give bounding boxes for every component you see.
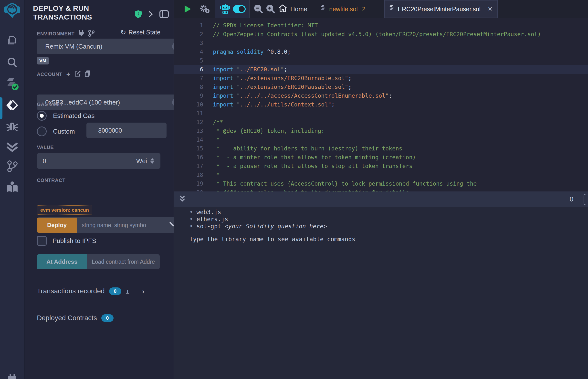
plug-icon[interactable]: [78, 30, 84, 38]
code-line[interactable]: 14 *: [174, 135, 588, 144]
code-line[interactable]: 3: [174, 39, 588, 47]
add-account-icon[interactable]: +: [66, 72, 71, 77]
code-line[interactable]: 13 * @dev {ERC20} token, including:: [174, 126, 588, 135]
line-number[interactable]: 3: [174, 39, 203, 47]
code-line[interactable]: 16 * - a minter role that allows for tok…: [174, 153, 588, 162]
publish-ipfs-option[interactable]: Publish to IPFS: [37, 236, 160, 246]
deploy-and-run-icon[interactable]: [6, 100, 18, 112]
environment-select[interactable]: Remix VM (Cancun): [37, 39, 174, 54]
zoom-out-icon[interactable]: [253, 0, 263, 18]
terminal-search-box[interactable]: [584, 194, 588, 205]
panel-chevron-icon[interactable]: [148, 11, 153, 19]
code-line[interactable]: 10import "../../../utils/Context.sol";: [174, 100, 588, 109]
deploy-button[interactable]: Deploy: [37, 218, 77, 233]
line-number[interactable]: 8: [174, 82, 203, 91]
expand-deploy-icon[interactable]: [169, 221, 174, 228]
git-icon[interactable]: [7, 160, 18, 174]
line-number[interactable]: 1: [174, 21, 203, 30]
value-input[interactable]: [37, 153, 132, 169]
code-line[interactable]: 11: [174, 109, 588, 118]
learneth-icon[interactable]: [6, 181, 18, 194]
code-line[interactable]: 6import "../ERC20.sol";: [174, 65, 588, 74]
info-icon[interactable]: i: [126, 287, 130, 295]
code-line[interactable]: 5: [174, 56, 588, 65]
line-number[interactable]: 10: [174, 100, 203, 109]
remix-logo[interactable]: [4, 2, 20, 21]
file-explorer-icon[interactable]: [6, 34, 18, 47]
split-view-icon[interactable]: [159, 10, 169, 19]
close-tab-icon[interactable]: ✕: [488, 6, 493, 13]
sign-message-icon[interactable]: [75, 71, 81, 78]
tab-home[interactable]: Home: [279, 0, 307, 18]
search-icon[interactable]: [6, 57, 18, 69]
expand-transactions-icon[interactable]: ›: [142, 288, 144, 295]
plugin-manager-icon[interactable]: [7, 373, 17, 379]
code-line[interactable]: 9import "../../../access/AccessControlEn…: [174, 91, 588, 100]
static-analysis-icon[interactable]: [6, 142, 18, 153]
ai-assistant-icon[interactable]: [220, 0, 230, 18]
terminal-entry[interactable]: •web3.js: [189, 209, 588, 216]
reset-icon: ↻: [120, 30, 126, 35]
line-number[interactable]: 5: [174, 56, 203, 65]
line-number[interactable]: 16: [174, 153, 203, 162]
line-number[interactable]: 9: [174, 91, 203, 100]
shield-icon[interactable]: [135, 10, 142, 19]
run-script-button[interactable]: [184, 0, 191, 18]
line-number[interactable]: 7: [174, 74, 203, 82]
reset-state-button[interactable]: ↻ Reset State: [120, 29, 160, 36]
code-line[interactable]: 19 * This contract uses {AccessControl} …: [174, 179, 588, 188]
code-line[interactable]: 8import "../extensions/ERC20Pausable.sol…: [174, 82, 588, 91]
solidity-compiler-icon[interactable]: [5, 77, 19, 92]
custom-gas-option[interactable]: Custom: [37, 126, 75, 136]
publish-ipfs-checkbox[interactable]: [37, 236, 47, 246]
code-editor[interactable]: 1// SPDX-License-Identifier: MIT2// Open…: [174, 18, 588, 191]
tab-newfile[interactable]: newfile.sol 2: [321, 0, 366, 18]
terminal-output[interactable]: •web3.js•ethers.js•sol-gpt <your Solidit…: [174, 207, 588, 379]
custom-gas-input[interactable]: [86, 123, 167, 138]
code-line[interactable]: 7import "../extensions/ERC20Burnable.sol…: [174, 74, 588, 82]
line-number[interactable]: 12: [174, 118, 203, 126]
line-number[interactable]: 4: [174, 47, 203, 56]
transactions-count-badge: 0: [109, 287, 121, 295]
estimated-gas-radio[interactable]: [37, 111, 47, 121]
transactions-recorded-row[interactable]: Transactions recorded 0 i ›: [37, 287, 160, 295]
code-line[interactable]: 1// SPDX-License-Identifier: MIT: [174, 21, 588, 30]
line-number[interactable]: 15: [174, 144, 203, 153]
estimated-gas-option[interactable]: Estimated Gas: [37, 111, 160, 121]
zoom-in-icon[interactable]: [266, 0, 276, 18]
line-number[interactable]: 14: [174, 135, 203, 144]
deploy-args-input[interactable]: [77, 218, 151, 233]
account-label: ACCOUNT +: [37, 70, 160, 79]
debugger-icon[interactable]: [6, 120, 18, 133]
line-number[interactable]: 17: [174, 162, 203, 171]
line-number[interactable]: 19: [174, 179, 203, 188]
ai-toggle[interactable]: [233, 0, 246, 18]
line-number[interactable]: 6: [174, 65, 203, 74]
code-line[interactable]: 15 * - ability for holders to burn (dest…: [174, 144, 588, 153]
value-unit-select[interactable]: Wei: [130, 153, 160, 169]
code-line[interactable]: 18 *: [174, 171, 588, 179]
solidity-file-icon: [321, 5, 326, 14]
code-line[interactable]: 12/**: [174, 118, 588, 126]
code-line[interactable]: 4pragma solidity ^0.8.0;: [174, 47, 588, 56]
at-address-input[interactable]: [87, 254, 160, 269]
fork-state-icon[interactable]: [88, 30, 94, 38]
toolbar-divider: [195, 5, 195, 13]
tab-erc20-preset-minter-pauser[interactable]: ERC20PresetMinterPauser.sol ✕: [384, 0, 498, 18]
code-line[interactable]: 20 * different roles - head to its docum…: [174, 188, 588, 191]
line-number[interactable]: 18: [174, 171, 203, 179]
line-number[interactable]: 20: [174, 188, 203, 191]
expand-terminal-icon[interactable]: [179, 195, 186, 204]
panel-divider: [25, 278, 174, 278]
line-number[interactable]: 13: [174, 126, 203, 135]
custom-gas-radio[interactable]: [37, 126, 47, 136]
line-number[interactable]: 11: [174, 109, 203, 118]
terminal-entry[interactable]: •ethers.js: [189, 216, 588, 223]
code-line[interactable]: 2// OpenZeppelin Contracts (last updated…: [174, 30, 588, 39]
copy-account-icon[interactable]: [85, 70, 91, 79]
at-address-button[interactable]: At Address: [37, 254, 87, 269]
script-config-icon[interactable]: [199, 0, 210, 18]
code-line[interactable]: 17 * - a pauser role that allows to stop…: [174, 162, 588, 171]
gas-limit-label: GAS LIMIT: [37, 102, 160, 107]
line-number[interactable]: 2: [174, 30, 203, 39]
